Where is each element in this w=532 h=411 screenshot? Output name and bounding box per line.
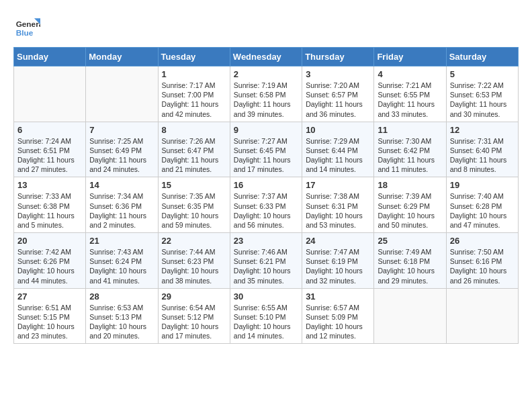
day-info: Sunset: 6:42 PM xyxy=(378,146,442,155)
calendar-cell: 22Sunrise: 7:44 AMSunset: 6:23 PMDayligh… xyxy=(158,233,230,289)
day-info: Sunset: 6:38 PM xyxy=(17,201,82,211)
calendar-cell: 30Sunrise: 6:55 AMSunset: 5:10 PMDayligh… xyxy=(230,288,302,344)
day-info: Sunset: 5:09 PM xyxy=(306,312,370,322)
calendar-cell: 2Sunrise: 7:19 AMSunset: 6:58 PMDaylight… xyxy=(230,66,302,122)
day-info: Sunrise: 7:35 AM xyxy=(162,191,226,201)
day-info: Daylight: 11 hours and 33 minutes. xyxy=(378,99,442,118)
week-row-3: 13Sunrise: 7:33 AMSunset: 6:38 PMDayligh… xyxy=(14,177,519,233)
day-info: Sunset: 6:26 PM xyxy=(17,257,82,266)
day-info: Sunrise: 7:30 AM xyxy=(378,136,442,146)
day-info: Sunrise: 7:17 AM xyxy=(162,81,226,90)
day-info: Sunrise: 6:51 AM xyxy=(17,303,82,312)
day-info: Sunrise: 7:20 AM xyxy=(306,81,370,90)
calendar-cell: 8Sunrise: 7:26 AMSunset: 6:47 PMDaylight… xyxy=(158,122,230,177)
calendar-cell: 19Sunrise: 7:40 AMSunset: 6:28 PMDayligh… xyxy=(446,177,518,233)
calendar-cell: 7Sunrise: 7:25 AMSunset: 6:49 PMDaylight… xyxy=(86,122,158,177)
day-number: 29 xyxy=(162,291,226,302)
day-info: Daylight: 11 hours and 42 minutes. xyxy=(162,99,226,118)
day-header-sunday: Sunday xyxy=(14,48,86,66)
day-info: Sunset: 6:36 PM xyxy=(89,201,154,211)
day-info: Sunset: 6:49 PM xyxy=(89,146,154,155)
day-number: 22 xyxy=(162,236,226,246)
calendar-cell: 26Sunrise: 7:50 AMSunset: 6:16 PMDayligh… xyxy=(446,233,518,289)
day-info: Sunset: 6:53 PM xyxy=(450,90,515,99)
day-header-saturday: Saturday xyxy=(446,48,518,66)
day-number: 17 xyxy=(306,180,370,190)
day-info: Sunrise: 6:55 AM xyxy=(234,303,298,312)
calendar-cell: 3Sunrise: 7:20 AMSunset: 6:57 PMDaylight… xyxy=(302,66,374,122)
week-row-4: 20Sunrise: 7:42 AMSunset: 6:26 PMDayligh… xyxy=(14,233,519,289)
day-info: Daylight: 10 hours and 29 minutes. xyxy=(378,266,442,285)
page-header: General Blue xyxy=(13,13,519,40)
day-header-tuesday: Tuesday xyxy=(158,48,230,66)
calendar-cell xyxy=(14,66,86,122)
day-info: Sunrise: 7:24 AM xyxy=(17,136,82,146)
day-info: Daylight: 11 hours and 14 minutes. xyxy=(306,155,370,174)
day-info: Sunrise: 7:22 AM xyxy=(450,81,515,90)
day-info: Sunset: 6:58 PM xyxy=(234,90,298,99)
calendar-cell: 16Sunrise: 7:37 AMSunset: 6:33 PMDayligh… xyxy=(230,177,302,233)
day-number: 15 xyxy=(162,180,226,190)
day-number: 30 xyxy=(234,291,298,302)
day-number: 21 xyxy=(89,236,154,246)
day-number: 4 xyxy=(378,69,442,79)
day-number: 31 xyxy=(306,291,370,302)
logo-icon: General Blue xyxy=(13,13,40,40)
day-info: Daylight: 11 hours and 27 minutes. xyxy=(17,155,82,174)
day-number: 12 xyxy=(450,125,515,135)
calendar-cell: 21Sunrise: 7:43 AMSunset: 6:24 PMDayligh… xyxy=(86,233,158,289)
day-info: Sunset: 5:15 PM xyxy=(17,312,82,322)
day-info: Daylight: 10 hours and 14 minutes. xyxy=(234,322,298,340)
day-number: 11 xyxy=(378,125,442,135)
day-info: Sunset: 6:23 PM xyxy=(162,257,226,266)
day-info: Daylight: 10 hours and 38 minutes. xyxy=(162,266,226,285)
day-info: Sunrise: 7:34 AM xyxy=(89,191,154,201)
calendar-table: SundayMondayTuesdayWednesdayThursdayFrid… xyxy=(13,47,519,344)
day-header-wednesday: Wednesday xyxy=(230,48,302,66)
day-info: Daylight: 11 hours and 39 minutes. xyxy=(234,99,298,118)
calendar-cell: 20Sunrise: 7:42 AMSunset: 6:26 PMDayligh… xyxy=(14,233,86,289)
day-info: Sunrise: 7:40 AM xyxy=(450,191,515,201)
day-info: Daylight: 10 hours and 53 minutes. xyxy=(306,211,370,230)
day-info: Daylight: 10 hours and 32 minutes. xyxy=(306,266,370,285)
day-info: Sunrise: 7:31 AM xyxy=(450,136,515,146)
day-info: Sunrise: 7:25 AM xyxy=(89,136,154,146)
day-info: Sunrise: 7:33 AM xyxy=(17,191,82,201)
calendar-cell: 9Sunrise: 7:27 AMSunset: 6:45 PMDaylight… xyxy=(230,122,302,177)
day-info: Sunrise: 7:29 AM xyxy=(306,136,370,146)
day-info: Sunrise: 7:49 AM xyxy=(378,247,442,257)
day-info: Sunset: 6:44 PM xyxy=(306,146,370,155)
header-row: SundayMondayTuesdayWednesdayThursdayFrid… xyxy=(14,48,519,66)
day-info: Sunset: 6:21 PM xyxy=(234,257,298,266)
day-info: Daylight: 11 hours and 24 minutes. xyxy=(89,155,154,174)
day-number: 6 xyxy=(17,125,82,135)
day-info: Sunrise: 7:50 AM xyxy=(450,247,515,257)
day-info: Sunrise: 6:54 AM xyxy=(162,303,226,312)
day-header-friday: Friday xyxy=(374,48,446,66)
day-info: Sunrise: 7:27 AM xyxy=(234,136,298,146)
day-info: Sunset: 6:47 PM xyxy=(162,146,226,155)
calendar-cell: 27Sunrise: 6:51 AMSunset: 5:15 PMDayligh… xyxy=(14,288,86,344)
day-info: Sunset: 6:16 PM xyxy=(450,257,515,266)
day-info: Daylight: 10 hours and 47 minutes. xyxy=(450,211,515,230)
calendar-cell: 31Sunrise: 6:57 AMSunset: 5:09 PMDayligh… xyxy=(302,288,374,344)
calendar-cell: 28Sunrise: 6:53 AMSunset: 5:13 PMDayligh… xyxy=(86,288,158,344)
calendar-cell: 13Sunrise: 7:33 AMSunset: 6:38 PMDayligh… xyxy=(14,177,86,233)
calendar-cell: 11Sunrise: 7:30 AMSunset: 6:42 PMDayligh… xyxy=(374,122,446,177)
calendar-cell: 24Sunrise: 7:47 AMSunset: 6:19 PMDayligh… xyxy=(302,233,374,289)
day-info: Sunset: 6:45 PM xyxy=(234,146,298,155)
day-info: Sunset: 6:24 PM xyxy=(89,257,154,266)
day-number: 14 xyxy=(89,180,154,190)
calendar-cell: 5Sunrise: 7:22 AMSunset: 6:53 PMDaylight… xyxy=(446,66,518,122)
day-info: Sunrise: 7:38 AM xyxy=(306,191,370,201)
day-number: 18 xyxy=(378,180,442,190)
calendar-cell: 25Sunrise: 7:49 AMSunset: 6:18 PMDayligh… xyxy=(374,233,446,289)
day-info: Daylight: 10 hours and 17 minutes. xyxy=(162,322,226,340)
day-info: Daylight: 11 hours and 11 minutes. xyxy=(378,155,442,174)
day-info: Daylight: 11 hours and 2 minutes. xyxy=(89,211,154,230)
day-info: Sunset: 6:35 PM xyxy=(162,201,226,211)
day-info: Sunset: 6:28 PM xyxy=(450,201,515,211)
day-number: 2 xyxy=(234,69,298,79)
calendar-cell xyxy=(446,288,518,344)
day-info: Daylight: 10 hours and 23 minutes. xyxy=(17,322,82,340)
